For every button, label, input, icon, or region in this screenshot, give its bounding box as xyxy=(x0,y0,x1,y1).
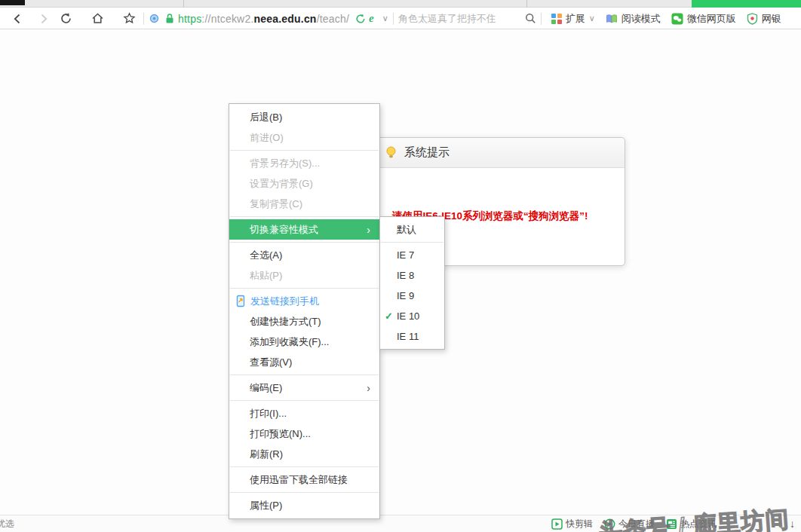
tab-divider xyxy=(183,0,184,8)
menu-separator xyxy=(230,150,379,151)
clip-icon xyxy=(551,518,563,530)
status-bar: 优选 快剪辑 今日直播 热点资讯 ↓ xyxy=(0,515,801,532)
download-arrow-icon[interactable]: ↓ xyxy=(790,518,795,530)
menu-separator xyxy=(230,375,379,375)
extensions-grid-icon xyxy=(551,14,562,24)
wechat-label: 微信网页版 xyxy=(687,12,736,26)
menu-item-thunder-download-all[interactable]: 使用迅雷下载全部链接 xyxy=(229,469,379,490)
live-button[interactable]: 今日直播 xyxy=(604,518,655,530)
shield-icon xyxy=(747,13,758,25)
news-icon xyxy=(666,518,677,530)
search-input[interactable] xyxy=(398,13,525,24)
menu-item-copy-background[interactable]: 复制背景(C) xyxy=(229,194,379,214)
reading-mode-button[interactable]: 阅读模式 xyxy=(606,12,661,26)
submenu-item-ie11[interactable]: IE 11 xyxy=(380,326,444,347)
url-text[interactable]: https://ntcekw2.neea.edu.cn/teach/ xyxy=(178,13,349,25)
book-icon xyxy=(606,14,618,24)
submenu-item-ie10[interactable]: ✓ IE 10 xyxy=(380,306,444,326)
menu-item-encoding[interactable]: 编码(E) › xyxy=(229,378,379,398)
search-box[interactable] xyxy=(398,13,536,24)
browser-window: https://ntcekw2.neea.edu.cn/teach/ e ∨ 扩… xyxy=(0,0,801,532)
menu-separator xyxy=(230,466,379,467)
menu-separator xyxy=(381,242,443,243)
toolbar-divider xyxy=(393,13,394,25)
ie-compat-icon[interactable]: e xyxy=(369,12,374,25)
wechat-web-button[interactable]: 微信网页版 xyxy=(671,12,736,26)
reading-mode-label: 阅读模式 xyxy=(621,12,661,26)
check-icon: ✓ xyxy=(385,310,393,322)
submenu-arrow-icon: › xyxy=(367,225,370,235)
context-menu: 后退(B) 前进(O) 背景另存为(S)... 设置为背景(G) 复制背景(C)… xyxy=(229,103,380,519)
menu-item-add-to-favorites[interactable]: 添加到收藏夹(F)... xyxy=(229,332,379,352)
menu-separator xyxy=(230,288,379,289)
menu-item-print-preview[interactable]: 打印预览(N)... xyxy=(229,423,379,444)
quick-clip-button[interactable]: 快剪辑 xyxy=(551,518,593,530)
browser-toolbar: https://ntcekw2.neea.edu.cn/teach/ e ∨ 扩… xyxy=(0,8,801,29)
dialog-title: 系统提示 xyxy=(404,145,450,160)
refresh-button[interactable] xyxy=(56,10,75,28)
hot-news-button[interactable]: 热点资讯 xyxy=(666,518,717,530)
back-icon xyxy=(11,13,23,25)
menu-item-select-all[interactable]: 全选(A) xyxy=(229,245,379,265)
home-icon xyxy=(91,12,104,25)
extensions-chevron-icon: ∨ xyxy=(589,14,595,23)
window-edge xyxy=(0,0,25,5)
address-bar[interactable]: https://ntcekw2.neea.edu.cn/teach/ e ∨ xyxy=(149,12,388,25)
compatibility-submenu: 默认 IE 7 IE 8 IE 9 ✓ IE 10 IE 11 xyxy=(379,216,445,350)
live-play-icon xyxy=(604,518,615,530)
site-mode-icon[interactable] xyxy=(149,13,160,24)
menu-item-send-to-phone[interactable]: 发送链接到手机 xyxy=(229,291,379,311)
menu-item-refresh[interactable]: 刷新(R) xyxy=(229,444,379,464)
menu-item-set-background[interactable]: 设置为背景(G) xyxy=(229,173,379,194)
tab-divider xyxy=(526,0,527,8)
menu-separator xyxy=(230,400,379,401)
phone-icon xyxy=(235,295,247,307)
submenu-item-ie8[interactable]: IE 8 xyxy=(380,265,444,286)
submenu-item-default[interactable]: 默认 xyxy=(380,219,444,240)
menu-item-save-background[interactable]: 背景另存为(S)... xyxy=(229,153,379,173)
menu-separator xyxy=(230,492,379,493)
tab-strip[interactable] xyxy=(0,0,801,8)
search-icon[interactable] xyxy=(525,13,536,24)
bulb-icon xyxy=(385,145,397,160)
wechat-icon xyxy=(671,13,683,25)
dialog-header: 系统提示 xyxy=(378,138,625,168)
netbank-button[interactable]: 网银 xyxy=(747,12,781,26)
refresh-icon xyxy=(60,12,72,25)
forward-button[interactable] xyxy=(34,10,54,28)
forward-icon xyxy=(38,13,50,25)
back-button[interactable] xyxy=(8,10,27,28)
toolbar-divider xyxy=(143,13,144,25)
netbank-label: 网银 xyxy=(762,12,781,26)
toolbar-divider xyxy=(541,13,542,25)
lock-icon xyxy=(164,13,175,24)
menu-item-back[interactable]: 后退(B) xyxy=(229,107,379,127)
home-button[interactable] xyxy=(87,10,107,28)
status-left-text: 优选 xyxy=(0,518,14,530)
submenu-item-ie7[interactable]: IE 7 xyxy=(380,245,444,265)
active-tab-indicator[interactable] xyxy=(692,0,801,8)
menu-item-compatibility-mode[interactable]: 切换兼容性模式 › xyxy=(229,219,379,240)
star-icon xyxy=(123,12,136,25)
extensions-label: 扩展 xyxy=(566,12,585,26)
menu-item-view-source[interactable]: 查看源(V) xyxy=(229,352,379,372)
menu-item-forward[interactable]: 前进(O) xyxy=(229,127,379,148)
submenu-item-ie9[interactable]: IE 9 xyxy=(380,286,444,306)
menu-item-properties[interactable]: 属性(P) xyxy=(229,495,379,515)
menu-separator xyxy=(230,216,379,217)
menu-item-create-shortcut[interactable]: 创建快捷方式(T) xyxy=(229,311,379,332)
submenu-arrow-icon: › xyxy=(367,383,370,393)
extensions-button[interactable]: 扩展 ∨ xyxy=(551,12,595,26)
menu-item-print[interactable]: 打印(I)... xyxy=(229,403,379,423)
compat-refresh-icon[interactable] xyxy=(355,14,366,24)
menu-item-paste[interactable]: 粘贴(P) xyxy=(229,265,379,286)
menu-separator xyxy=(230,242,379,243)
url-dropdown-icon[interactable]: ∨ xyxy=(382,14,388,23)
favorites-button[interactable] xyxy=(119,10,139,28)
